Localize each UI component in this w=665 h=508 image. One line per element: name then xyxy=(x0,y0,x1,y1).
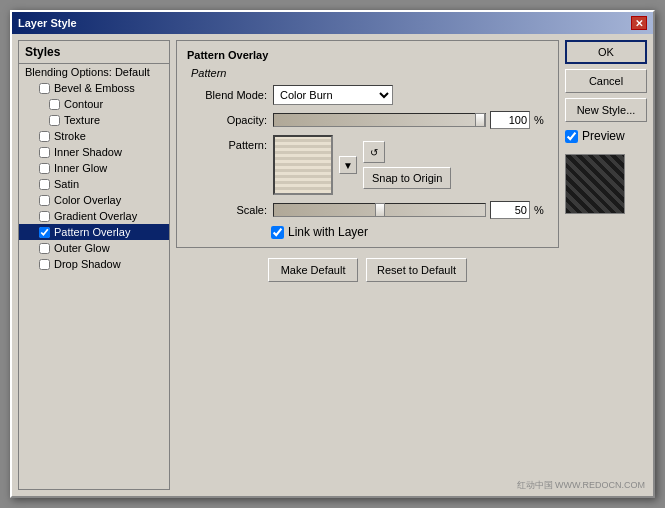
blend-mode-row: Blend Mode: Color Burn Normal Multiply S… xyxy=(187,85,548,105)
cancel-button[interactable]: Cancel xyxy=(565,69,647,93)
dialog-title: Layer Style xyxy=(18,17,77,29)
layer-style-dialog: Layer Style ✕ Styles Blending Options: D… xyxy=(10,10,655,498)
sidebar-item-pattern-overlay[interactable]: Pattern Overlay xyxy=(19,224,169,240)
scale-input[interactable] xyxy=(490,201,530,219)
outer-glow-checkbox[interactable] xyxy=(39,243,50,254)
color-overlay-label: Color Overlay xyxy=(54,194,121,206)
opacity-label: Opacity: xyxy=(187,114,267,126)
drop-shadow-label: Drop Shadow xyxy=(54,258,121,270)
inner-glow-label: Inner Glow xyxy=(54,162,107,174)
opacity-unit: % xyxy=(534,114,548,126)
link-with-layer-checkbox[interactable] xyxy=(271,226,284,239)
bevel-emboss-checkbox[interactable] xyxy=(39,83,50,94)
preview-checkbox[interactable] xyxy=(565,130,578,143)
sidebar-item-blending-options[interactable]: Blending Options: Default xyxy=(19,64,169,80)
close-button[interactable]: ✕ xyxy=(631,16,647,30)
opacity-slider[interactable] xyxy=(273,113,486,127)
sidebar-item-gradient-overlay[interactable]: Gradient Overlay xyxy=(19,208,169,224)
drop-shadow-checkbox[interactable] xyxy=(39,259,50,270)
satin-checkbox[interactable] xyxy=(39,179,50,190)
pattern-section-title: Pattern xyxy=(187,67,548,79)
link-with-layer-label: Link with Layer xyxy=(288,225,368,239)
inner-shadow-label: Inner Shadow xyxy=(54,146,122,158)
sidebar-item-stroke[interactable]: Stroke xyxy=(19,128,169,144)
scale-unit: % xyxy=(534,204,548,216)
sidebar-item-inner-shadow[interactable]: Inner Shadow xyxy=(19,144,169,160)
pattern-preview[interactable] xyxy=(273,135,333,195)
texture-checkbox[interactable] xyxy=(49,115,60,126)
gradient-overlay-checkbox[interactable] xyxy=(39,211,50,222)
stroke-checkbox[interactable] xyxy=(39,131,50,142)
pattern-row: Pattern: ▼ ↺ Snap to Origin xyxy=(187,135,548,195)
outer-glow-label: Outer Glow xyxy=(54,242,110,254)
sidebar-item-texture[interactable]: Texture xyxy=(19,112,169,128)
satin-label: Satin xyxy=(54,178,79,190)
title-bar: Layer Style ✕ xyxy=(12,12,653,34)
preview-label: Preview xyxy=(582,129,625,143)
scale-slider-container: % xyxy=(273,201,548,219)
pattern-overlay-panel: Pattern Overlay Pattern Blend Mode: Colo… xyxy=(176,40,559,248)
left-panel: Styles Blending Options: Default Bevel &… xyxy=(18,40,170,490)
stroke-label: Stroke xyxy=(54,130,86,142)
preview-thumbnail xyxy=(565,154,625,214)
styles-header: Styles xyxy=(19,41,169,64)
dialog-body: Styles Blending Options: Default Bevel &… xyxy=(12,34,653,496)
pattern-overlay-label: Pattern Overlay xyxy=(54,226,130,238)
sidebar-item-contour[interactable]: Contour xyxy=(19,96,169,112)
scale-slider[interactable] xyxy=(273,203,486,217)
sidebar-item-satin[interactable]: Satin xyxy=(19,176,169,192)
scale-row: Scale: % xyxy=(187,201,548,219)
watermark: 红动中国 WWW.REDOCN.COM xyxy=(517,479,646,492)
inner-shadow-checkbox[interactable] xyxy=(39,147,50,158)
sidebar-item-drop-shadow[interactable]: Drop Shadow xyxy=(19,256,169,272)
reset-to-default-button[interactable]: Reset to Default xyxy=(366,258,467,282)
snap-to-origin-button[interactable]: Snap to Origin xyxy=(363,167,451,189)
inner-glow-checkbox[interactable] xyxy=(39,163,50,174)
pattern-label: Pattern: xyxy=(187,139,267,151)
middle-panel: Pattern Overlay Pattern Blend Mode: Colo… xyxy=(176,40,559,490)
opacity-row: Opacity: % xyxy=(187,111,548,129)
link-layer-row: Link with Layer xyxy=(187,225,548,239)
preview-row: Preview xyxy=(565,127,647,145)
pattern-actions: ↺ Snap to Origin xyxy=(363,141,451,189)
right-panel: OK Cancel New Style... Preview xyxy=(565,40,647,490)
ok-button[interactable]: OK xyxy=(565,40,647,64)
gradient-overlay-label: Gradient Overlay xyxy=(54,210,137,222)
pattern-overlay-checkbox[interactable] xyxy=(39,227,50,238)
sidebar-item-color-overlay[interactable]: Color Overlay xyxy=(19,192,169,208)
pattern-reset-icon[interactable]: ↺ xyxy=(363,141,385,163)
sidebar-item-outer-glow[interactable]: Outer Glow xyxy=(19,240,169,256)
blend-mode-label: Blend Mode: xyxy=(187,89,267,101)
blending-options-label: Blending Options: Default xyxy=(25,66,150,78)
bevel-emboss-label: Bevel & Emboss xyxy=(54,82,135,94)
sidebar-item-bevel-emboss[interactable]: Bevel & Emboss xyxy=(19,80,169,96)
opacity-slider-container: % xyxy=(273,111,548,129)
pattern-preview-area: ▼ ↺ Snap to Origin xyxy=(273,135,451,195)
texture-label: Texture xyxy=(64,114,100,126)
contour-label: Contour xyxy=(64,98,103,110)
blend-mode-select[interactable]: Color Burn Normal Multiply Screen Overla… xyxy=(273,85,393,105)
color-overlay-checkbox[interactable] xyxy=(39,195,50,206)
contour-checkbox[interactable] xyxy=(49,99,60,110)
bottom-buttons: Make Default Reset to Default xyxy=(176,254,559,286)
panel-title: Pattern Overlay xyxy=(187,49,548,61)
opacity-input[interactable] xyxy=(490,111,530,129)
pattern-dropdown-button[interactable]: ▼ xyxy=(339,156,357,174)
make-default-button[interactable]: Make Default xyxy=(268,258,358,282)
new-style-button[interactable]: New Style... xyxy=(565,98,647,122)
scale-label: Scale: xyxy=(187,204,267,216)
sidebar-item-inner-glow[interactable]: Inner Glow xyxy=(19,160,169,176)
